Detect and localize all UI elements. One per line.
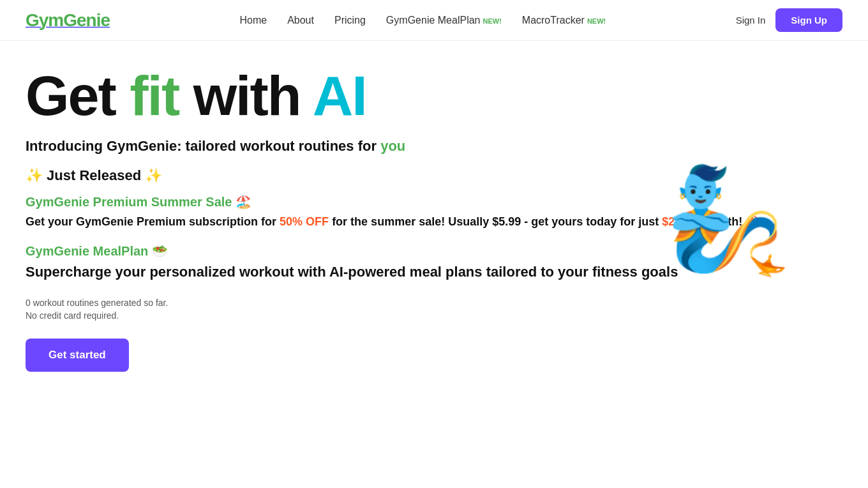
promo-body-2: for the summer sale! Usually $5.99 - get… — [329, 215, 662, 228]
promo-body-1: Get your GymGenie Premium subscription f… — [26, 215, 280, 228]
hero-subtitle: Introducing GymGenie: tailored workout r… — [26, 138, 842, 155]
promo-price: $2.99 — [662, 215, 691, 228]
hero-section: Get fit with AI Introducing GymGenie: ta… — [0, 41, 868, 410]
nav-mealplan[interactable]: GymGenie MealPlanNEW! — [386, 15, 502, 26]
meta-credit: No credit card required. — [26, 310, 842, 321]
navbar: GymGenie Home About Pricing GymGenie Mea… — [0, 0, 868, 41]
promo-title: GymGenie Premium Summer Sale 🏖️ — [26, 194, 842, 210]
logo[interactable]: GymGenie — [26, 10, 110, 31]
headline-ai: AI — [313, 64, 366, 127]
just-released-label: ✨ Just Released ✨ — [26, 167, 842, 184]
nav-macrotracker[interactable]: MacroTrackerNEW! — [522, 15, 606, 26]
subtitle-you: you — [380, 138, 405, 154]
hero-headline: Get fit with AI — [26, 66, 842, 125]
get-started-button[interactable]: Get started — [26, 339, 129, 372]
nav-pricing[interactable]: Pricing — [334, 15, 366, 26]
mealplan-body: Supercharge your personalized workout wi… — [26, 263, 842, 282]
promo-percent: 50% OFF — [280, 215, 329, 228]
sign-up-button[interactable]: Sign Up — [775, 8, 842, 32]
nav-home[interactable]: Home — [239, 15, 267, 26]
subtitle-main: Introducing GymGenie: tailored workout r… — [26, 138, 380, 154]
mealplan-title: GymGenie MealPlan 🥗 — [26, 243, 842, 259]
headline-fit: fit — [130, 64, 179, 127]
promo-section: GymGenie Premium Summer Sale 🏖️ Get your… — [26, 194, 842, 231]
headline-with: with — [179, 64, 313, 127]
promo-body: Get your GymGenie Premium subscription f… — [26, 213, 842, 231]
nav-about[interactable]: About — [287, 15, 314, 26]
headline-get: Get — [26, 64, 130, 127]
promo-body-3: a month! 🏖️ — [691, 215, 760, 228]
meta-routines: 0 workout routines generated so far. — [26, 298, 842, 308]
mealplan-section: GymGenie MealPlan 🥗 Supercharge your per… — [26, 243, 842, 282]
sign-in-button[interactable]: Sign In — [736, 15, 766, 26]
